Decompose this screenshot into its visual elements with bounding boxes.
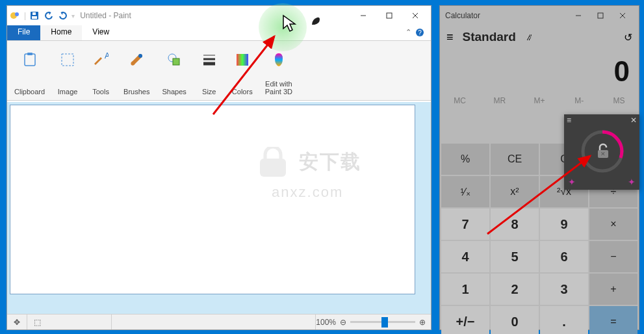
ribbon-label: Tools — [92, 88, 109, 96]
mem-mplus[interactable]: M+ — [519, 92, 559, 110]
mem-ms[interactable]: MS — [599, 92, 639, 110]
move-icon: ✥ — [14, 318, 20, 327]
maximize-button[interactable] — [376, 6, 402, 25]
key-5[interactable]: 5 — [491, 241, 539, 272]
key-add[interactable]: + — [589, 274, 638, 305]
svg-rect-13 — [62, 54, 73, 66]
mem-mr[interactable]: MR — [480, 92, 519, 110]
minimize-button[interactable] — [567, 6, 589, 25]
tab-home[interactable]: Home — [40, 25, 82, 40]
svg-rect-23 — [598, 13, 603, 18]
selection-size: ⬚ — [27, 315, 112, 329]
ribbon-colors[interactable]: Colors — [226, 44, 259, 97]
lock-open-icon[interactable]: ✕ — [594, 142, 612, 160]
collapse-ribbon-icon[interactable]: ⌃ — [406, 28, 411, 36]
key-0[interactable]: 0 — [491, 306, 539, 334]
qat-sep: | — [24, 11, 26, 20]
paint-canvas[interactable] — [10, 105, 415, 294]
svg-rect-12 — [27, 53, 32, 55]
key-multiply[interactable]: × — [589, 209, 638, 240]
key-square[interactable]: x² — [491, 176, 539, 207]
ribbon-label: Edit with Paint 3D — [265, 80, 292, 96]
undo-icon[interactable] — [43, 10, 55, 21]
brush-icon — [126, 49, 147, 70]
select-icon — [57, 49, 78, 70]
ribbon-image[interactable]: Image — [51, 44, 84, 97]
maximize-button[interactable] — [589, 6, 612, 25]
key-percent[interactable]: % — [441, 144, 489, 175]
svg-rect-21 — [237, 54, 248, 66]
ribbon-clipboard[interactable]: Clipboard — [8, 44, 51, 97]
overlay-right-icon[interactable]: ✦ — [628, 177, 636, 187]
tab-view[interactable]: View — [82, 25, 120, 40]
ribbon: Clipboard Image A Tools Brushes Shapes S… — [7, 41, 431, 101]
crop-icon: ⬚ — [34, 318, 41, 327]
ribbon-label: Image — [58, 88, 78, 96]
paint3d-icon — [268, 49, 289, 70]
svg-text:✕: ✕ — [600, 151, 606, 157]
key-inverse[interactable]: ¹⁄ₓ — [441, 176, 489, 207]
shapes-icon — [164, 49, 185, 70]
key-3[interactable]: 3 — [540, 274, 588, 305]
redo-icon[interactable] — [57, 10, 69, 21]
ribbon-edit3d[interactable]: Edit with Paint 3D — [259, 44, 298, 97]
key-negate[interactable]: +/− — [441, 306, 489, 334]
svg-point-1 — [15, 12, 19, 16]
colors-icon — [232, 49, 253, 70]
hamburger-icon[interactable]: ≡ — [446, 31, 454, 44]
key-6[interactable]: 6 — [540, 241, 588, 272]
keep-on-top-icon[interactable]: ⫽ — [525, 32, 534, 42]
zoom-in-button[interactable]: ⊕ — [419, 318, 426, 327]
key-1[interactable]: 1 — [441, 274, 489, 305]
tab-file[interactable]: File — [7, 25, 40, 40]
quick-access-toolbar: | ▾ — [10, 10, 75, 21]
lock-overlay[interactable]: ≡ ✕ ✕ ✦ ✦ — [564, 114, 639, 190]
svg-rect-4 — [32, 12, 36, 15]
overlay-menu-icon[interactable]: ≡ — [567, 116, 571, 123]
status-bar: ✥ ⬚ 100% ⊖ ⊕ — [7, 314, 431, 329]
overlay-left-icon[interactable]: ✦ — [568, 177, 576, 187]
canvas-area — [7, 102, 431, 314]
svg-rect-6 — [387, 13, 392, 18]
calc-titlebar: Calculator — [440, 6, 639, 25]
key-subtract[interactable]: − — [589, 241, 638, 272]
ribbon-brushes[interactable]: Brushes — [118, 44, 155, 97]
key-4[interactable]: 4 — [441, 241, 489, 272]
ribbon-tabs: File Home View ⌃ ? — [7, 25, 431, 41]
paint-window: | ▾ Untitled - Paint File Home View ⌃ ? — [6, 5, 431, 330]
ribbon-label: Clipboard — [14, 88, 45, 96]
ribbon-label: Brushes — [123, 88, 149, 96]
key-8[interactable]: 8 — [491, 209, 539, 240]
qat-dropdown-icon[interactable]: ▾ — [71, 12, 75, 19]
overlay-close-icon[interactable]: ✕ — [630, 116, 637, 123]
key-9[interactable]: 9 — [540, 209, 588, 240]
mem-mminus[interactable]: M- — [560, 92, 599, 110]
svg-text:?: ? — [418, 29, 422, 36]
minimize-button[interactable] — [350, 6, 376, 25]
mem-mc[interactable]: MC — [440, 92, 480, 110]
key-7[interactable]: 7 — [441, 209, 489, 240]
ribbon-tools[interactable]: A Tools — [84, 44, 117, 97]
size-icon — [199, 49, 220, 70]
svg-rect-17 — [173, 58, 179, 65]
key-equals[interactable]: = — [589, 306, 638, 334]
ribbon-label: Colors — [232, 88, 253, 96]
ribbon-shapes[interactable]: Shapes — [156, 44, 192, 97]
tools-icon: A — [90, 49, 111, 70]
zoom-out-button[interactable]: ⊖ — [340, 318, 346, 327]
save-icon[interactable] — [29, 10, 40, 21]
close-button[interactable] — [402, 6, 428, 25]
app-icon — [10, 10, 21, 21]
ribbon-size[interactable]: Size — [193, 44, 225, 97]
zoom-slider-thumb[interactable] — [381, 317, 388, 328]
key-decimal[interactable]: . — [540, 306, 588, 334]
overlay-bar: ≡ ✕ — [564, 114, 639, 125]
close-button[interactable] — [612, 6, 634, 25]
zoom-slider[interactable] — [350, 321, 415, 323]
paint-title: Untitled - Paint — [80, 11, 131, 20]
key-2[interactable]: 2 — [491, 274, 539, 305]
history-icon[interactable]: ↺ — [624, 31, 632, 44]
key-ce[interactable]: CE — [491, 144, 539, 175]
ribbon-label: Shapes — [162, 88, 186, 96]
help-icon[interactable]: ? — [415, 28, 424, 40]
